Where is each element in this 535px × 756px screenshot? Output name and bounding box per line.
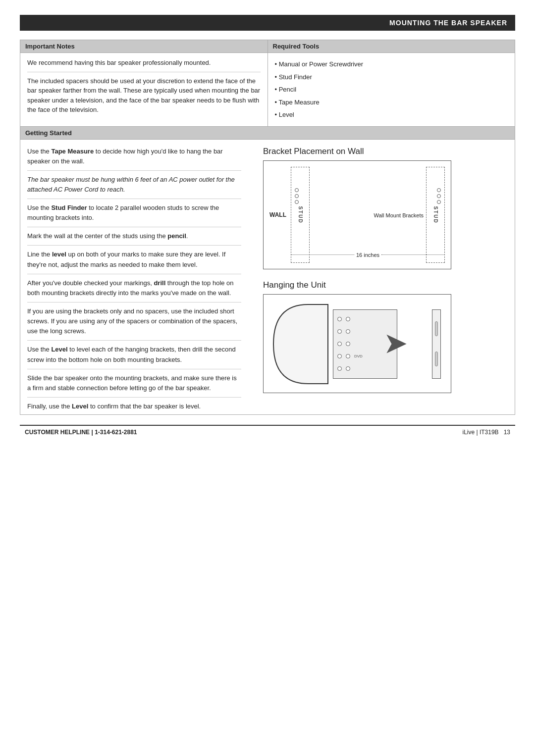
important-notes-p2: The included spacers should be used at y… xyxy=(27,76,261,115)
arrow-right: ➤ xyxy=(384,329,406,358)
step-1: Use the Tape Measure to decide how high … xyxy=(27,147,241,166)
tool-item-1: Manual or Power Screwdriver xyxy=(275,58,508,71)
important-notes-p1: We recommend having this bar speaker pro… xyxy=(27,58,261,68)
connector-row-5 xyxy=(337,366,393,371)
main-content: Use the Tape Measure to decide how high … xyxy=(20,140,515,415)
dotted-line-left xyxy=(291,254,354,255)
dvd-label: DVD xyxy=(354,354,363,358)
step-10: Finally, use the Level to confirm that t… xyxy=(27,402,241,411)
connector-dot-9 xyxy=(337,366,342,371)
bracket-slot-2 xyxy=(435,352,438,366)
dot-1 xyxy=(295,188,299,192)
connector-dot-4 xyxy=(346,329,350,334)
step-8: Use the Level to level each of the hangi… xyxy=(27,345,241,364)
connector-dot-10 xyxy=(346,366,350,371)
wall-bracket-right xyxy=(432,309,441,379)
important-notes-box: Important Notes We recommend having this… xyxy=(20,40,268,127)
connector-dot-1 xyxy=(337,317,342,321)
getting-started-header: Getting Started xyxy=(20,127,515,140)
connector-dot-8 xyxy=(346,354,350,358)
wall-mount-label: Wall Mount Brackets xyxy=(374,212,424,218)
footer: CUSTOMER HELPLINE | 1-314-621-2881 iLive… xyxy=(20,425,515,438)
step-divider-2 xyxy=(27,199,241,199)
step-divider-4 xyxy=(27,245,241,246)
speaker-svg xyxy=(268,300,333,389)
header-title: MOUNTING THE BAR SPEAKER xyxy=(389,19,507,27)
connector-dot-2 xyxy=(346,317,350,321)
step-4: Mark the wall at the center of the studs… xyxy=(27,231,241,241)
getting-started-box: Getting Started Use the Tape Measure to … xyxy=(20,127,515,415)
dot-5 xyxy=(437,194,441,198)
hanging-diagram: DVD ➤ xyxy=(263,294,451,393)
tool-item-3: Pencil xyxy=(275,83,508,96)
step-2: The bar speaker must be hung within 6 fe… xyxy=(27,175,241,195)
dot-6 xyxy=(437,200,441,204)
step-divider-7 xyxy=(27,340,241,341)
connector-row-1 xyxy=(337,317,393,321)
important-notes-content: We recommend having this bar speaker pro… xyxy=(20,53,268,120)
dot-4 xyxy=(437,188,441,192)
tool-item-2: Stud Finder xyxy=(275,71,508,84)
wall-label: WALL xyxy=(269,211,286,218)
footer-helpline: CUSTOMER HELPLINE | 1-314-621-2881 xyxy=(25,429,137,436)
important-notes-header: Important Notes xyxy=(20,40,268,53)
stud-label-left: STUD xyxy=(298,206,303,223)
left-column: Use the Tape Measure to decide how high … xyxy=(20,147,248,415)
right-column: Bracket Placement on Wall WALL STUD STUD xyxy=(258,147,515,415)
bracket-diagram: WALL STUD STUD xyxy=(263,160,451,269)
step-divider-6 xyxy=(27,302,241,302)
step-9: Slide the bar speaker onto the mounting … xyxy=(27,373,241,393)
bracket-slot-1 xyxy=(435,321,438,336)
footer-brand: iLive | IT319B 13 xyxy=(462,429,510,436)
required-tools-list: Manual or Power Screwdriver Stud Finder … xyxy=(275,58,508,121)
step-6: After you've double checked your marking… xyxy=(27,278,241,298)
inches-row: 16 inches xyxy=(291,252,445,258)
stud-left: STUD xyxy=(291,167,310,263)
connector-dot-3 xyxy=(337,329,342,334)
header-bar: MOUNTING THE BAR SPEAKER xyxy=(20,15,515,31)
step-divider-9 xyxy=(27,397,241,398)
step-divider-8 xyxy=(27,369,241,369)
required-tools-header: Required Tools xyxy=(268,40,515,53)
step-divider-5 xyxy=(27,274,241,274)
step-5: Line the level up on both of your marks … xyxy=(27,250,241,269)
tool-item-5: Level xyxy=(275,108,508,121)
dot-3 xyxy=(295,200,299,204)
bracket-left-icon xyxy=(295,188,299,204)
connector-dot-7 xyxy=(337,354,342,358)
bracket-placement-title: Bracket Placement on Wall xyxy=(263,147,510,156)
stud-label-right: STUD xyxy=(433,206,438,223)
divider xyxy=(27,72,261,72)
step-divider-3 xyxy=(27,227,241,227)
stud-right: STUD xyxy=(426,167,445,263)
step-7: If you are using the brackets only and n… xyxy=(27,306,241,336)
connector-dot-5 xyxy=(337,342,342,346)
bracket-right-icon xyxy=(437,188,441,204)
tool-item-4: Tape Measure xyxy=(275,96,508,109)
dotted-line-right xyxy=(381,254,445,255)
top-section: Important Notes We recommend having this… xyxy=(20,40,515,127)
hanging-title: Hanging the Unit xyxy=(263,280,510,290)
page: MOUNTING THE BAR SPEAKER Important Notes… xyxy=(0,0,535,756)
dot-2 xyxy=(295,194,299,198)
required-tools-content: Manual or Power Screwdriver Stud Finder … xyxy=(268,53,515,126)
step-divider-1 xyxy=(27,170,241,171)
connector-dot-6 xyxy=(346,342,350,346)
inches-label: 16 inches xyxy=(356,252,379,258)
required-tools-box: Required Tools Manual or Power Screwdriv… xyxy=(268,40,516,127)
step-3: Use the Stud Finder to locate 2 parallel… xyxy=(27,203,241,223)
